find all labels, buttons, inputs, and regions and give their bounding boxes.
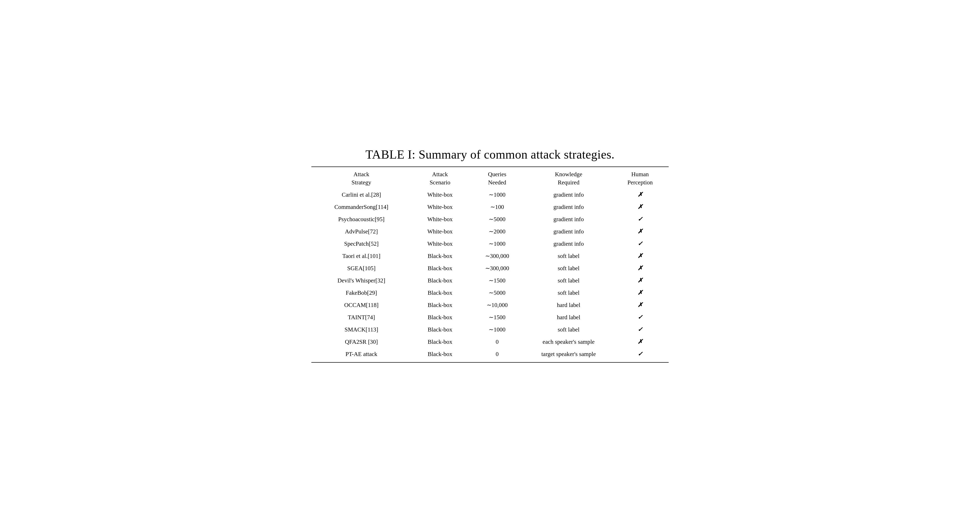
- cell-knowledge: gradient info: [526, 237, 611, 250]
- table-row: Psychoacoustic[95]White-box∼5000gradient…: [311, 213, 669, 225]
- cell-queries: ∼5000: [469, 287, 526, 299]
- crossmark-icon: ✗: [638, 204, 643, 210]
- cell-scenario: Black-box: [411, 250, 469, 262]
- cell-queries: ∼100: [469, 201, 526, 213]
- col-header-queries: QueriesNeeded: [469, 167, 526, 189]
- checkmark-icon: ✓: [638, 351, 643, 357]
- cell-queries: ∼1000: [469, 237, 526, 250]
- cell-queries: ∼1000: [469, 323, 526, 336]
- table-row: Devil's Whisper[32]Black-box∼1500soft la…: [311, 274, 669, 287]
- table-row: QFA2SR [30]Black-box0each speaker's samp…: [311, 336, 669, 348]
- crossmark-icon: ✗: [638, 277, 643, 284]
- col-header-scenario: AttackScenario: [411, 167, 469, 189]
- cell-scenario: White-box: [411, 225, 469, 237]
- table-body: Carlini et al.[28]White-box∼1000gradient…: [311, 188, 669, 362]
- crossmark-icon: ✗: [638, 253, 643, 259]
- header-row: AttackStrategy AttackScenario QueriesNee…: [311, 167, 669, 189]
- table-title: TABLE I: Summary of common attack strate…: [311, 147, 669, 161]
- table-row: SGEA[105]Black-box∼300,000soft label✗: [311, 262, 669, 274]
- data-table: AttackStrategy AttackScenario QueriesNee…: [311, 166, 669, 363]
- cell-scenario: Black-box: [411, 262, 469, 274]
- cell-queries: ∼1500: [469, 274, 526, 287]
- cell-strategy: Carlini et al.[28]: [311, 188, 411, 201]
- crossmark-icon: ✗: [638, 191, 643, 198]
- cell-knowledge: gradient info: [526, 188, 611, 201]
- cell-queries: 0: [469, 336, 526, 348]
- cell-strategy: Psychoacoustic[95]: [311, 213, 411, 225]
- page-container: TABLE I: Summary of common attack strate…: [311, 147, 669, 363]
- cell-perception: ✓: [611, 311, 669, 323]
- cell-perception: ✗: [611, 250, 669, 262]
- table-row: SpecPatch[52]White-box∼1000gradient info…: [311, 237, 669, 250]
- cell-strategy: SpecPatch[52]: [311, 237, 411, 250]
- cell-strategy: TAINT[74]: [311, 311, 411, 323]
- cell-queries: ∼1000: [469, 188, 526, 201]
- cell-knowledge: gradient info: [526, 213, 611, 225]
- cell-knowledge: soft label: [526, 250, 611, 262]
- cell-strategy: CommanderSong[114]: [311, 201, 411, 213]
- col-header-knowledge: KnowledgeRequired: [526, 167, 611, 189]
- crossmark-icon: ✗: [638, 301, 643, 308]
- cell-strategy: SGEA[105]: [311, 262, 411, 274]
- cell-strategy: QFA2SR [30]: [311, 336, 411, 348]
- col-header-strategy: AttackStrategy: [311, 167, 411, 189]
- cell-queries: ∼5000: [469, 213, 526, 225]
- table-row: CommanderSong[114]White-box∼100gradient …: [311, 201, 669, 213]
- cell-scenario: White-box: [411, 201, 469, 213]
- cell-perception: ✗: [611, 201, 669, 213]
- cell-scenario: White-box: [411, 188, 469, 201]
- cell-perception: ✗: [611, 336, 669, 348]
- cell-strategy: AdvPulse[72]: [311, 225, 411, 237]
- crossmark-icon: ✗: [638, 338, 643, 345]
- cell-scenario: Black-box: [411, 323, 469, 336]
- table-row: FakeBob[29]Black-box∼5000soft label✗: [311, 287, 669, 299]
- cell-strategy: FakeBob[29]: [311, 287, 411, 299]
- cell-scenario: Black-box: [411, 348, 469, 362]
- cell-queries: ∼2000: [469, 225, 526, 237]
- table-row: PT-AE attackBlack-box0target speaker's s…: [311, 348, 669, 362]
- checkmark-icon: ✓: [638, 314, 643, 320]
- table-row: AdvPulse[72]White-box∼2000gradient info✗: [311, 225, 669, 237]
- checkmark-icon: ✓: [638, 326, 643, 333]
- cell-knowledge: hard label: [526, 311, 611, 323]
- cell-strategy: Devil's Whisper[32]: [311, 274, 411, 287]
- cell-perception: ✓: [611, 348, 669, 362]
- cell-strategy: PT-AE attack: [311, 348, 411, 362]
- cell-knowledge: soft label: [526, 262, 611, 274]
- cell-strategy: Taori et al.[101]: [311, 250, 411, 262]
- cell-perception: ✗: [611, 299, 669, 311]
- cell-knowledge: hard label: [526, 299, 611, 311]
- cell-scenario: Black-box: [411, 299, 469, 311]
- cell-perception: ✗: [611, 262, 669, 274]
- table-row: Carlini et al.[28]White-box∼1000gradient…: [311, 188, 669, 201]
- table-row: OCCAM[118]Black-box∼10,000hard label✗: [311, 299, 669, 311]
- cell-perception: ✓: [611, 323, 669, 336]
- cell-perception: ✗: [611, 287, 669, 299]
- cell-scenario: Black-box: [411, 311, 469, 323]
- cell-knowledge: gradient info: [526, 201, 611, 213]
- crossmark-icon: ✗: [638, 265, 643, 271]
- cell-scenario: White-box: [411, 237, 469, 250]
- crossmark-icon: ✗: [638, 228, 643, 235]
- cell-knowledge: soft label: [526, 323, 611, 336]
- cell-scenario: Black-box: [411, 336, 469, 348]
- cell-perception: ✗: [611, 188, 669, 201]
- crossmark-icon: ✗: [638, 289, 643, 296]
- cell-knowledge: soft label: [526, 274, 611, 287]
- cell-scenario: Black-box: [411, 274, 469, 287]
- cell-perception: ✓: [611, 237, 669, 250]
- cell-queries: ∼300,000: [469, 250, 526, 262]
- cell-knowledge: gradient info: [526, 225, 611, 237]
- cell-strategy: OCCAM[118]: [311, 299, 411, 311]
- cell-knowledge: target speaker's sample: [526, 348, 611, 362]
- cell-perception: ✗: [611, 225, 669, 237]
- cell-queries: ∼1500: [469, 311, 526, 323]
- table-row: Taori et al.[101]Black-box∼300,000soft l…: [311, 250, 669, 262]
- cell-knowledge: soft label: [526, 287, 611, 299]
- cell-scenario: White-box: [411, 213, 469, 225]
- checkmark-icon: ✓: [638, 240, 643, 247]
- cell-perception: ✗: [611, 274, 669, 287]
- cell-queries: ∼300,000: [469, 262, 526, 274]
- cell-queries: 0: [469, 348, 526, 362]
- cell-perception: ✓: [611, 213, 669, 225]
